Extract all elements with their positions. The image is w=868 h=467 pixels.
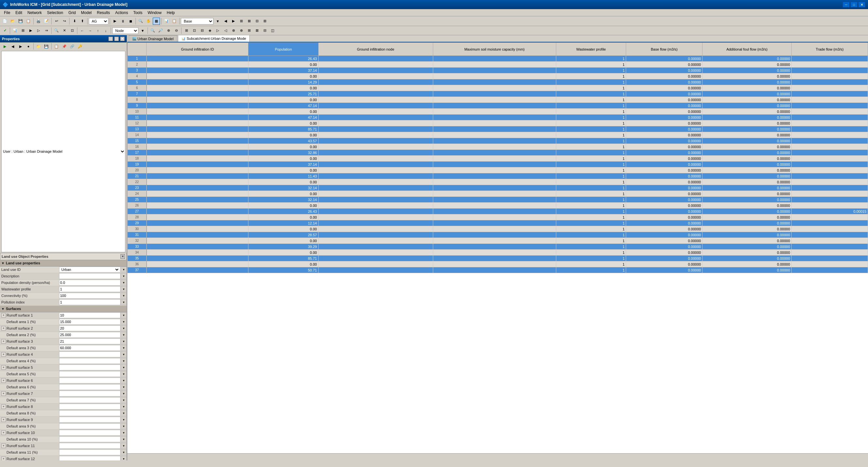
paste-btn[interactable]: 📌 <box>61 43 68 50</box>
runoff-input-10[interactable] <box>60 379 120 382</box>
model-select[interactable]: User : Urban : Urban Drainage Model <box>1 51 125 252</box>
table-row[interactable]: 2 0.00 1 0.00000 0.00000 <box>128 62 868 67</box>
land-use-close[interactable]: ✕ <box>120 254 125 259</box>
default-area-arrow-11[interactable]: ▼ <box>121 384 127 390</box>
table-row[interactable]: 22 0.00 1 0.00000 0.00000 <box>128 179 868 185</box>
run-button[interactable]: ▶ <box>111 18 119 25</box>
stop-button[interactable]: ⏹ <box>127 18 134 25</box>
tool6[interactable]: ⊞ <box>261 18 268 25</box>
arrow-pollution[interactable]: ▼ <box>121 299 127 305</box>
runoff-input-12[interactable] <box>60 392 120 396</box>
runoff-arrow-0[interactable]: ▼ <box>121 312 127 318</box>
expand-btn-10[interactable]: + <box>1 378 6 383</box>
table-row[interactable]: 7 25.71 1 0.00000 0.00000 <box>128 91 868 97</box>
tb2-left[interactable]: ← <box>79 27 86 34</box>
tb2-delete[interactable]: ✕ <box>61 27 68 34</box>
runoff-arrow-12[interactable]: ▼ <box>121 391 127 397</box>
table-row[interactable]: 21 11.43 1 0.00000 0.00000 <box>128 173 868 179</box>
input-wastewater[interactable] <box>60 287 120 291</box>
tool5[interactable]: ⊟ <box>253 18 260 25</box>
expand-btn-18[interactable]: + <box>1 431 6 435</box>
runoff-input-8[interactable] <box>60 366 120 369</box>
tb2-btn1[interactable]: 📊 <box>11 27 19 34</box>
new-button[interactable]: 📄 <box>1 18 8 25</box>
default-area-input-21[interactable] <box>60 450 120 454</box>
grid-container[interactable]: Ground infiltration ID Population Ground… <box>127 42 868 453</box>
menu-tools[interactable]: Tools <box>131 10 145 15</box>
tool4[interactable]: ⊠ <box>246 18 253 25</box>
menu-grid[interactable]: Grid <box>66 10 79 15</box>
table-row[interactable]: 29 12.14 1 0.00000 0.00000 <box>128 220 868 226</box>
tb2-extra11[interactable]: ⊟ <box>261 27 268 34</box>
expand-btn-4[interactable]: + <box>1 339 6 344</box>
default-area-input-17[interactable] <box>60 424 120 428</box>
zoom-button[interactable]: 🔍 <box>137 18 144 25</box>
tb2-btn3[interactable]: ▶ <box>27 27 34 34</box>
default-area-input-15[interactable] <box>60 411 120 415</box>
default-area-arrow-3[interactable]: ▼ <box>121 332 127 338</box>
runoff-input-6[interactable] <box>60 352 120 356</box>
runoff-arrow-14[interactable]: ▼ <box>121 404 127 410</box>
folder-btn[interactable]: 📁 <box>35 43 42 50</box>
node-arrow[interactable]: ▼ <box>139 27 146 34</box>
tab-subcatchment[interactable]: 📊 Subcatchment-Urban Drainage Mode <box>178 35 250 42</box>
default-area-input-1[interactable] <box>60 320 120 324</box>
tb2-btn4[interactable]: ▷ <box>35 27 42 34</box>
runoff-input-18[interactable] <box>60 431 120 435</box>
panel-maximize[interactable]: □ <box>114 36 119 41</box>
default-area-arrow-1[interactable]: ▼ <box>121 319 127 325</box>
runoff-arrow-4[interactable]: ▼ <box>121 338 127 344</box>
tb2-zoom1[interactable]: 🔍 <box>149 27 156 34</box>
default-area-arrow-9[interactable]: ▼ <box>121 371 127 377</box>
ag-dropdown[interactable]: AG <box>89 18 108 25</box>
properties-button[interactable]: 📝 <box>43 18 50 25</box>
arrow-wastewater[interactable]: ▼ <box>121 286 127 292</box>
runoff-arrow-20[interactable]: ▼ <box>121 443 127 449</box>
runoff-arrow-16[interactable]: ▼ <box>121 417 127 423</box>
table-row[interactable]: 13 85.71 1 0.00000 0.00000 <box>128 126 868 132</box>
table-row[interactable]: 27 26.43 1 0.00000 0.00000 0.00015 <box>128 209 868 214</box>
col-base-flow[interactable]: Base flow (m3/s) <box>626 43 703 56</box>
minimize-button[interactable]: ─ <box>842 2 850 7</box>
tb2-extra8[interactable]: ⊕ <box>238 27 245 34</box>
runoff-input-14[interactable] <box>60 405 120 409</box>
menu-file[interactable]: File <box>1 10 13 15</box>
input-description[interactable] <box>60 274 120 278</box>
table-row[interactable]: 23 32.14 1 0.00000 0.00000 <box>128 185 868 191</box>
save2-btn[interactable]: 💾 <box>43 43 50 50</box>
fwd-button[interactable]: ▶ <box>17 43 24 50</box>
expand-btn-0[interactable]: + <box>1 313 6 317</box>
key-btn[interactable]: 🔑 <box>76 43 84 50</box>
table-row[interactable]: 31 28.57 1 0.00000 0.00000 <box>128 232 868 238</box>
table-row[interactable]: 5 14.29 1 0.00000 0.00000 <box>128 79 868 85</box>
default-area-input-3[interactable] <box>60 333 120 337</box>
redo-button[interactable]: ↪ <box>61 18 68 25</box>
input-connectivity[interactable] <box>60 294 120 298</box>
default-area-input-19[interactable] <box>60 437 120 441</box>
tool3[interactable]: ⊞ <box>238 18 245 25</box>
tool1[interactable]: ◀ <box>222 18 229 25</box>
menu-window[interactable]: Window <box>145 10 164 15</box>
base-dropdown[interactable]: Base <box>181 18 214 25</box>
table-row[interactable]: 17 32.86 1 0.00000 0.00000 <box>128 150 868 156</box>
tb2-extra12[interactable]: ◫ <box>269 27 276 34</box>
check-button[interactable]: ✓ <box>1 27 8 34</box>
chart-button[interactable]: 📊 <box>163 18 170 25</box>
tb2-zoom3[interactable]: ⊕ <box>165 27 172 34</box>
table-row[interactable]: 15 43.57 1 0.00000 0.00000 <box>128 138 868 144</box>
table-row[interactable]: 28 0.00 1 0.00000 0.00000 <box>128 214 868 220</box>
default-area-input-5[interactable] <box>60 346 120 350</box>
table-row[interactable]: 14 0.00 1 0.00000 0.00000 <box>128 132 868 138</box>
table-row[interactable]: 30 0.00 1 0.00000 0.00000 <box>128 226 868 232</box>
menu-selection[interactable]: Selection <box>44 10 66 15</box>
table-row[interactable]: 32 0.00 1 0.00000 0.00000 <box>128 238 868 244</box>
tb2-extra9[interactable]: ⊞ <box>246 27 253 34</box>
runoff-arrow-2[interactable]: ▼ <box>121 325 127 331</box>
tab-urban-drainage[interactable]: 🏙️ Urban Drainage Model <box>129 35 177 42</box>
back-button[interactable]: ◀ <box>9 43 16 50</box>
expand-btn-14[interactable]: + <box>1 404 6 409</box>
default-area-arrow-21[interactable]: ▼ <box>121 449 127 455</box>
table-row[interactable]: 19 37.14 1 0.00000 0.00000 <box>128 161 868 167</box>
table-row[interactable]: 37 50.71 1 0.00000 0.00000 <box>128 267 868 273</box>
runoff-input-0[interactable] <box>60 313 120 317</box>
